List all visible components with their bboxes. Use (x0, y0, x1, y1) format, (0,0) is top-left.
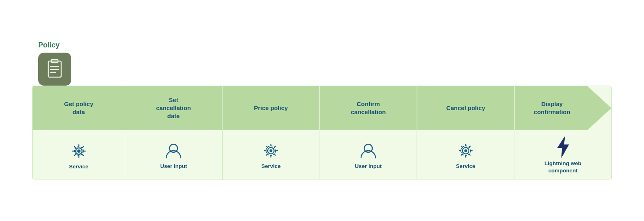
svg-point-6 (77, 149, 80, 153)
svg-point-14 (464, 149, 467, 152)
step-4-label: Cancel policy (446, 104, 485, 112)
step-3-icon-cell: User Input (320, 130, 417, 180)
diagram-frame: Get policydata Service (32, 86, 612, 180)
svg-point-10 (270, 149, 272, 152)
step-2-icon-cell: Service (223, 130, 320, 180)
step-2-label-cell: Price policy (223, 86, 320, 130)
step-3-label: Confirmcancellation (351, 100, 386, 117)
step-0-label: Get policydata (64, 100, 93, 117)
step-5-icon-cell: Lightning webcomponent (514, 130, 611, 180)
policy-label: Policy (38, 41, 60, 49)
steps-banner: Setcancellationdate Price policy Confirm… (125, 86, 611, 130)
service-icon-2 (260, 140, 281, 161)
step-1-label: Setcancellationdate (156, 96, 191, 121)
service-icon-4 (455, 140, 476, 161)
user-input-icon-1 (163, 140, 184, 161)
steps-banner-wrapper: Setcancellationdate Price policy Confirm… (125, 86, 611, 130)
step-5-label-cell: Displayconfirmation (515, 86, 611, 130)
step-4-icon-label: Service (456, 163, 475, 170)
step-1-icon-label: User Input (160, 163, 187, 170)
step-4-label-cell: Cancel policy (417, 86, 515, 130)
step-4-icon-cell: Service (417, 130, 514, 180)
policy-icon-box (38, 53, 71, 86)
svg-marker-16 (557, 137, 569, 158)
step-5-label: Displayconfirmation (534, 100, 592, 117)
user-input-icon-3 (358, 140, 379, 161)
step-2-icon-label: Service (261, 163, 281, 170)
policy-column: Policy (32, 41, 125, 86)
step-2-label: Price policy (254, 104, 288, 112)
step-0-icon-label: Service (69, 163, 88, 170)
lightning-icon (554, 136, 572, 158)
step-3-label-cell: Confirmcancellation (320, 86, 417, 130)
icons-row: User Input Service (125, 130, 611, 180)
service-icon-0 (68, 141, 89, 162)
step-1-icon-cell: User Input (125, 130, 223, 180)
step-1-label-cell: Setcancellationdate (125, 86, 223, 130)
right-section: Setcancellationdate Price policy Confirm… (125, 86, 611, 180)
step-0-banner: Get policydata (33, 86, 125, 130)
step-0-icon-cell: Service (33, 130, 125, 180)
left-col: Get policydata Service (33, 86, 125, 180)
step-3-icon-label: User Input (355, 163, 382, 170)
step-5-icon-label: Lightning webcomponent (545, 160, 581, 174)
policy-icon (44, 59, 65, 80)
diagram-container: Policy (16, 33, 628, 188)
